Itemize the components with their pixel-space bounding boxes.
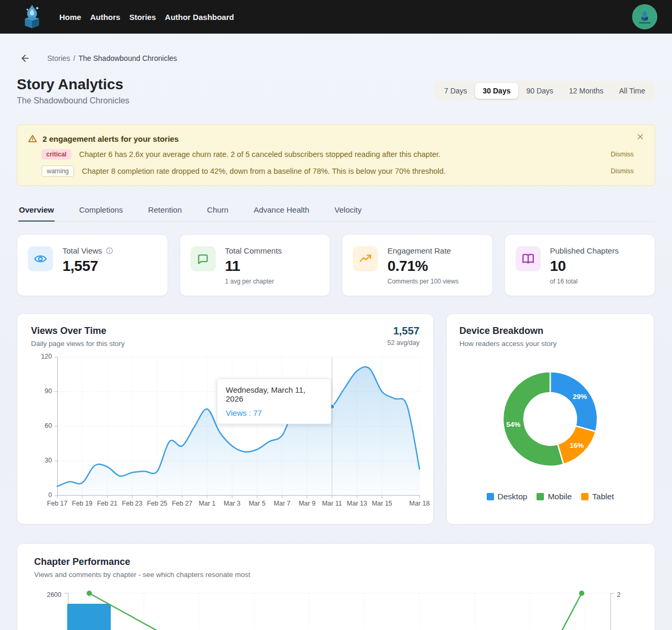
time-range-selector: 7 Days 30 Days 90 Days 12 Months All Tim… — [434, 81, 655, 101]
device-breakdown-card: Device Breakdown How readers access your… — [446, 313, 654, 524]
stat-label: Total Views — [62, 246, 102, 255]
legend-swatch — [487, 493, 494, 500]
range-option-all-time[interactable]: All Time — [611, 83, 653, 99]
tab-overview[interactable]: Overview — [18, 201, 55, 222]
stat-label: Total Comments — [225, 246, 282, 255]
chapter-left-axis-top-tick: 2600 — [47, 591, 61, 598]
back-button[interactable] — [20, 52, 32, 64]
comment-icon — [196, 253, 209, 266]
device-chart-title: Device Breakdown — [459, 324, 641, 337]
nav-item-author-dashboard[interactable]: Author Dashboard — [165, 10, 234, 24]
open-book-icon — [521, 252, 535, 266]
stat-value: 10 — [550, 258, 619, 275]
breadcrumb-separator: / — [74, 54, 76, 62]
chapter-bar-line-chart[interactable]: 2600 2 — [34, 590, 638, 630]
chapter-views-bar[interactable] — [67, 604, 111, 630]
legend-swatch — [537, 493, 544, 500]
chart-tooltip: Wednesday, March 11, 2026 Views : 77 — [217, 379, 331, 424]
views-total: 1,557 — [387, 324, 419, 337]
stat-value: 11 — [225, 258, 282, 275]
donut-slice-desktop[interactable] — [550, 372, 597, 432]
nav-item-stories[interactable]: Stories — [129, 10, 156, 24]
x-axis-tick-label: Mar 3 — [224, 500, 240, 507]
donut-slice-label: 54% — [506, 421, 520, 428]
stat-card-total-views: Total Views 1,557 — [17, 234, 168, 296]
stat-label: Published Chapters — [550, 246, 619, 255]
views-avg-per-day: 52 avg/day — [387, 339, 419, 346]
comments-point[interactable] — [87, 591, 92, 596]
nav-item-home[interactable]: Home — [59, 10, 81, 24]
x-axis-tick-label: Mar 13 — [347, 500, 368, 507]
breadcrumb-stories-link[interactable]: Stories — [47, 54, 70, 62]
stat-cards-row: Total Views 1,557 Total Comments 11 1 av… — [17, 234, 655, 296]
legend-item-tablet[interactable]: Tablet — [581, 492, 614, 501]
stat-subtext: of 16 total — [550, 278, 619, 285]
range-option-12-months[interactable]: 12 Months — [561, 83, 611, 99]
trending-up-icon — [359, 252, 372, 266]
tooltip-views-value: Views : 77 — [226, 408, 322, 417]
arrow-left-icon — [20, 53, 30, 64]
x-axis-tick-label: Feb 23 — [122, 500, 142, 507]
main-nav: Home Authors Stories Author Dashboard — [59, 10, 234, 24]
comments-point[interactable] — [579, 591, 584, 596]
y-axis-tick-label: 90 — [31, 387, 52, 395]
tab-churn[interactable]: Churn — [206, 201, 229, 222]
range-option-7-days[interactable]: 7 Days — [436, 83, 475, 99]
tab-completions[interactable]: Completions — [79, 201, 123, 222]
views-line-chart[interactable]: 0306090120 Feb 17Feb 19Feb 21Feb 23Feb 2… — [31, 357, 419, 510]
views-chart-plot[interactable] — [57, 357, 419, 496]
device-legend: Desktop Mobile Tablet — [459, 492, 641, 501]
y-axis-tick-label: 120 — [31, 353, 52, 360]
device-donut-chart[interactable]: 29%16%54% — [491, 360, 609, 478]
stat-card-engagement-rate: Engagement Rate 0.71% Comments per 100 v… — [342, 234, 493, 296]
x-axis-tick-label: Mar 7 — [274, 500, 290, 507]
legend-swatch — [581, 493, 589, 500]
breadcrumb-row: Stories / The Shadowbound Chronicles — [17, 52, 655, 64]
tab-advance-health[interactable]: Advance Health — [253, 201, 310, 222]
donut-slice-label: 29% — [573, 393, 587, 401]
donut-slice-label: 16% — [570, 442, 584, 449]
range-option-90-days[interactable]: 90 Days — [518, 83, 561, 99]
dismiss-button[interactable]: Dismiss — [611, 151, 634, 158]
app-logo[interactable] — [21, 4, 43, 29]
dismiss-button[interactable]: Dismiss — [611, 167, 634, 175]
legend-item-desktop[interactable]: Desktop — [487, 492, 528, 501]
nav-item-authors[interactable]: Authors — [90, 10, 121, 24]
stat-value: 1,557 — [62, 258, 113, 275]
tab-retention[interactable]: Retention — [148, 201, 182, 222]
stat-subtext: Comments per 100 views — [387, 278, 458, 285]
stat-card-published-chapters: Published Chapters 10 of 16 total — [505, 234, 656, 296]
x-axis-tick-label: Feb 27 — [172, 500, 192, 507]
chapter-performance-card: Chapter Performance Views and comments b… — [17, 543, 655, 630]
range-option-30-days[interactable]: 30 Days — [475, 83, 519, 99]
user-avatar[interactable] — [632, 4, 657, 29]
chapter-chart-title: Chapter Performance — [34, 555, 638, 568]
x-axis-tick-label: Feb 19 — [72, 500, 92, 507]
tooltip-date: Wednesday, March 11, 2026 — [226, 385, 322, 403]
x-axis-tick-label: Feb 17 — [47, 500, 68, 507]
x-axis-tick-label: Mar 15 — [372, 500, 392, 507]
x-axis-tick-label: Feb 21 — [97, 500, 118, 507]
stat-subtext: 1 avg per chapter — [225, 278, 282, 285]
views-over-time-card: Views Over Time Daily page views for thi… — [17, 313, 434, 524]
eye-icon — [34, 252, 47, 266]
views-chart-subtitle: Daily page views for this story — [31, 340, 125, 348]
alert-close-button[interactable] — [635, 131, 645, 142]
x-axis-tick-label: Mar 9 — [299, 500, 316, 507]
info-icon[interactable] — [106, 247, 113, 255]
alert-message: Chapter 6 has 2.6x your average churn ra… — [79, 150, 440, 159]
severity-badge: warning — [41, 165, 74, 177]
avatar-book-icon — [639, 10, 650, 22]
alert-title: 2 engagement alerts for your stories — [43, 134, 178, 143]
stat-value: 0.71% — [387, 258, 458, 275]
legend-label: Desktop — [498, 492, 528, 501]
tab-velocity[interactable]: Velocity — [334, 201, 362, 222]
legend-item-mobile[interactable]: Mobile — [537, 492, 572, 501]
views-chart-title: Views Over Time — [31, 324, 125, 337]
y-axis-tick-label: 60 — [31, 422, 52, 429]
severity-badge: critical — [41, 149, 71, 160]
legend-label: Mobile — [548, 492, 572, 501]
y-axis-tick-label: 0 — [31, 491, 52, 499]
analytics-tabs: Overview Completions Retention Churn Adv… — [17, 201, 655, 222]
alert-item-critical: critical Chapter 6 has 2.6x your average… — [41, 149, 634, 160]
